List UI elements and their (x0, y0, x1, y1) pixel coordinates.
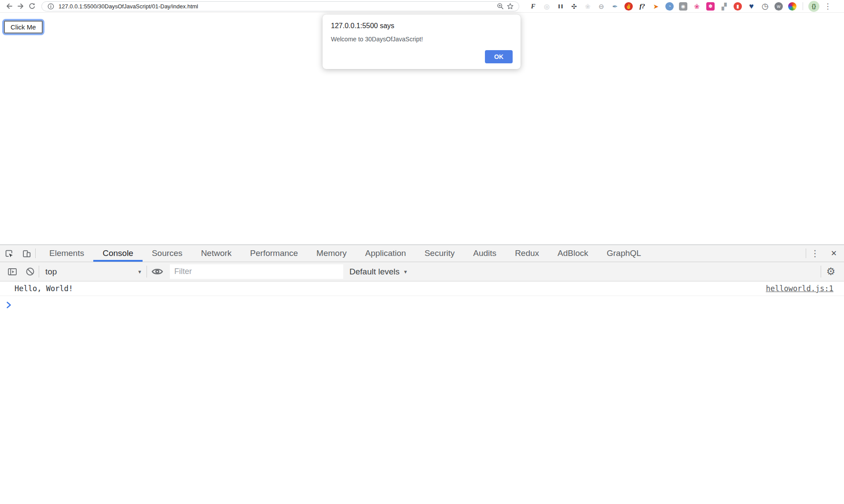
bookmark-extension-icon[interactable]: ▮ (734, 2, 742, 11)
click-me-button[interactable]: Click Me (4, 21, 43, 33)
live-expression-button[interactable] (147, 267, 167, 276)
chevron-down-icon: ▼ (403, 269, 408, 274)
console-settings-button[interactable]: ⚙ (821, 266, 840, 278)
forward-icon (17, 2, 25, 10)
blocks-extension-icon[interactable]: ▞ (720, 2, 728, 11)
log-levels-label: Default levels (349, 267, 400, 277)
bug-extension-icon[interactable]: ✣ (570, 2, 578, 11)
stop-hand-extension-icon[interactable]: ✌ (624, 2, 633, 11)
console-message: Hello, World! (15, 284, 766, 293)
browser-toolbar: 127.0.0.1:5500/30DaysOfJavaScript/01-Day… (0, 0, 844, 13)
url-text[interactable]: 127.0.0.1:5500/30DaysOfJavaScript/01-Day… (59, 3, 495, 10)
browser-window: 127.0.0.1:5500/30DaysOfJavaScript/01-Day… (0, 0, 844, 504)
lens-extension-icon[interactable]: ◎ (543, 2, 551, 11)
page-content: Click Me 127.0.0.1:5500 says Welcome to … (0, 13, 844, 245)
devtools-panel: ElementsConsoleSourcesNetworkPerformance… (0, 245, 844, 504)
console-toolbar: top ▼ Default levels ▼ ⚙ (0, 262, 844, 281)
tab-adblock[interactable]: AdBlock (548, 245, 598, 262)
heart-search-extension-icon[interactable]: ♥ (747, 2, 756, 11)
devtools-menu-button[interactable]: ⋮ (806, 245, 824, 262)
flower-faded-extension-icon[interactable]: ❀ (583, 2, 592, 11)
pink-gear-extension-icon[interactable]: ✽ (706, 2, 715, 11)
alert-title: 127.0.0.1:5500 says (331, 22, 512, 30)
tab-graphql[interactable]: GraphQL (598, 245, 650, 262)
tab-memory[interactable]: Memory (307, 245, 356, 262)
megaphone-extension-icon[interactable]: ➤ (652, 2, 660, 11)
tab-application[interactable]: Application (356, 245, 415, 262)
console-toolbar-divider (39, 266, 39, 278)
clock-extension-icon[interactable]: ◷ (761, 2, 769, 11)
tab-sources[interactable]: Sources (143, 245, 192, 262)
inspect-element-button[interactable] (0, 245, 18, 262)
eyedropper-extension-icon[interactable]: ✒ (611, 2, 619, 11)
devtools-tabs: ElementsConsoleSourcesNetworkPerformance… (40, 245, 650, 262)
focus-ring: Click Me (2, 19, 44, 35)
javascript-context-select[interactable]: top ▼ (42, 267, 147, 277)
filter-input[interactable] (170, 264, 343, 279)
forward-button[interactable] (15, 0, 26, 12)
devtools-tab-bar: ElementsConsoleSourcesNetworkPerformance… (0, 245, 844, 262)
console-prompt-row (0, 296, 844, 309)
orb-extension-icon[interactable]: ◔ (665, 2, 674, 11)
back-button[interactable] (4, 0, 15, 12)
console-empty-area[interactable] (0, 309, 844, 504)
whatfont-extension-icon[interactable]: f? (638, 2, 646, 11)
source-link[interactable]: helloworld.js:1 (766, 284, 833, 293)
eye-icon (151, 267, 163, 276)
font-styler-extension-icon[interactable]: F (529, 2, 537, 11)
reload-button[interactable] (26, 0, 38, 12)
wave-extension-icon[interactable]: w (774, 2, 783, 11)
clear-console-button[interactable] (21, 267, 39, 276)
tabbar-divider (35, 248, 36, 258)
alert-message: Welcome to 30DaysOfJavaScript! (331, 36, 512, 43)
console-prompt-icon (6, 301, 11, 309)
context-label: top (45, 267, 134, 277)
reload-icon (28, 2, 36, 10)
camera-extension-icon[interactable]: ◉ (679, 2, 687, 11)
chevron-down-icon: ▼ (137, 269, 142, 274)
profile-avatar[interactable]: {} (808, 1, 819, 12)
zoom-icon[interactable] (495, 3, 505, 10)
console-message-row: Hello, World! helloworld.js:1 (0, 281, 844, 296)
site-info-icon[interactable] (46, 3, 55, 10)
toolbar-divider (803, 2, 803, 10)
device-toolbar-icon (22, 249, 31, 258)
browser-menu-button[interactable]: ⋮ (822, 0, 833, 12)
block-icon (26, 267, 35, 276)
log-levels-select[interactable]: Default levels ▼ (349, 267, 412, 277)
tab-redux[interactable]: Redux (506, 245, 548, 262)
circle-minus-extension-icon[interactable]: ⊖ (597, 2, 605, 11)
tab-audits[interactable]: Audits (464, 245, 506, 262)
back-icon (5, 2, 13, 10)
console-drawer-icon (7, 267, 17, 276)
bookmark-star-icon[interactable] (505, 3, 515, 10)
tab-security[interactable]: Security (415, 245, 464, 262)
alert-dialog: 127.0.0.1:5500 says Welcome to 30DaysOfJ… (323, 15, 521, 69)
tab-performance[interactable]: Performance (241, 245, 307, 262)
devtools-close-button[interactable]: × (824, 245, 844, 262)
tab-console[interactable]: Console (93, 245, 143, 262)
tab-network[interactable]: Network (192, 245, 241, 262)
inspect-cursor-icon (4, 249, 14, 258)
console-input[interactable] (16, 300, 844, 309)
pink-flower-extension-icon[interactable]: ❀ (693, 2, 701, 11)
alert-ok-button[interactable]: OK (485, 50, 513, 63)
console-sidebar-button[interactable] (4, 267, 21, 276)
panels-extension-icon[interactable]: ❚❚ (556, 2, 565, 11)
address-bar[interactable]: 127.0.0.1:5500/30DaysOfJavaScript/01-Day… (41, 1, 519, 11)
color-wheel-extension-icon[interactable] (788, 2, 796, 11)
device-toolbar-button[interactable] (18, 245, 35, 262)
extensions-bar: F◎❚❚✣❀⊖✒✌f?➤◔◉❀✽▞▮♥◷w (526, 2, 799, 11)
tab-elements[interactable]: Elements (40, 245, 93, 262)
